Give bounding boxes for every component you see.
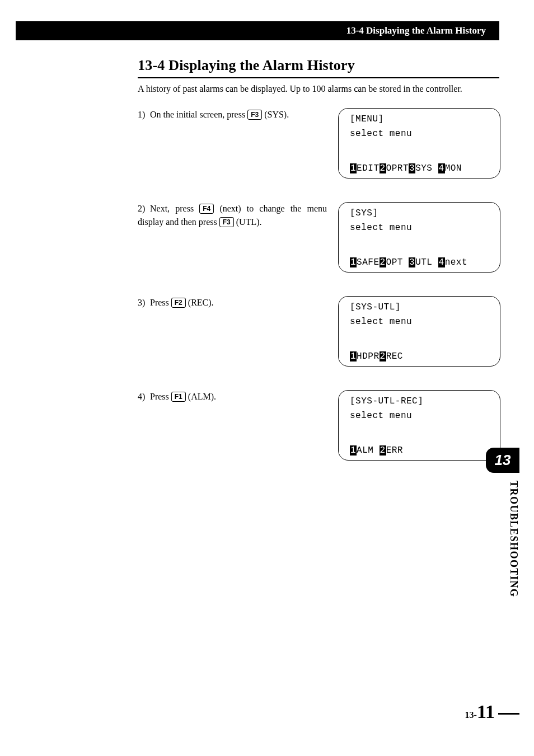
section-title: 13-4 Displaying the Alarm History: [138, 57, 499, 74]
page-number-value: 11: [477, 701, 495, 722]
step-text-b: (ALM).: [186, 392, 216, 401]
page: 13-4 Displaying the Alarm History 13-4 D…: [0, 0, 534, 756]
keycap-f1: F1: [171, 392, 186, 402]
panel-title: [SYS-UTL]: [350, 302, 489, 312]
section-rule: [138, 77, 499, 78]
panel-subtitle: select menu: [350, 317, 489, 327]
menu-num: 3: [409, 163, 415, 173]
menu-label: HDPR: [357, 351, 379, 361]
menu-label: ERR: [386, 445, 403, 456]
step-3: 3)Press F2 (REC). [SYS-UTL] select menu …: [138, 296, 499, 373]
page-number-rule: [498, 713, 519, 715]
menu-num: 2: [380, 445, 386, 456]
step-3-text: 3)Press F2 (REC).: [138, 296, 327, 309]
menu-label: SYS: [415, 163, 438, 173]
menu-label: UTL: [415, 257, 438, 267]
step-4: 4)Press F1 (ALM). [SYS-UTL-REC] select m…: [138, 390, 499, 467]
panel-menu-line: 1HDPR2REC: [350, 351, 489, 361]
page-number: 13-11: [465, 701, 495, 722]
chapter-number-badge: 13: [486, 448, 519, 473]
menu-label: next: [445, 257, 467, 267]
step-num: 4): [138, 390, 150, 403]
menu-label: EDIT: [357, 163, 379, 173]
panel-subtitle: select menu: [350, 223, 489, 233]
header-bar: 13-4 Displaying the Alarm History: [16, 21, 499, 40]
panel-title: [SYS]: [350, 208, 489, 218]
page-number-prefix: 13-: [465, 710, 477, 720]
keycap-f3: F3: [247, 110, 262, 120]
step-text-a: Press: [150, 392, 171, 401]
step-text-b: (REC).: [186, 298, 214, 307]
panel-menu-line: 1EDIT2OPRT3SYS 4MON: [350, 163, 489, 173]
header-bar-text: 13-4 Displaying the Alarm History: [346, 25, 486, 36]
menu-num: 2: [380, 257, 386, 267]
lcd-panel-sys: [SYS] select menu 1SAFE2OPT 3UTL 4next: [338, 202, 500, 273]
steps-container: 1)On the initial screen, press F3 (SYS).…: [138, 108, 499, 484]
panel-subtitle: select menu: [350, 411, 489, 421]
menu-label: OPRT: [386, 163, 409, 173]
keycap-f4: F4: [199, 204, 214, 214]
step-text-a: Press: [150, 298, 171, 307]
panel-menu-line: 1SAFE2OPT 3UTL 4next: [350, 257, 489, 267]
step-4-text: 4)Press F1 (ALM).: [138, 390, 327, 403]
step-text-a: On the initial screen, press: [150, 110, 247, 119]
chapter-label: TROUBLESHOOTING: [486, 481, 519, 598]
menu-num: 2: [380, 351, 386, 361]
panel-subtitle: select menu: [350, 129, 489, 139]
lcd-panel-sys-utl: [SYS-UTL] select menu 1HDPR2REC: [338, 296, 500, 367]
menu-label: OPT: [386, 257, 409, 267]
menu-num: 3: [409, 257, 415, 267]
step-2-text: 2)Next, press F4 (next) to change the me…: [138, 202, 327, 229]
lcd-panel-sys-utl-rec: [SYS-UTL-REC] select menu 1ALM 2ERR: [338, 390, 500, 461]
side-tab: 13 TROUBLESHOOTING: [486, 448, 519, 598]
keycap-f3: F3: [219, 217, 234, 227]
intro-text: A history of past alarms can be displaye…: [138, 84, 499, 94]
menu-label: REC: [386, 351, 403, 361]
panel-title: [SYS-UTL-REC]: [350, 396, 489, 406]
menu-num: 4: [438, 163, 445, 173]
menu-num: 1: [350, 351, 357, 361]
step-num: 3): [138, 296, 150, 309]
menu-num: 1: [350, 163, 357, 173]
step-text-b: (SYS).: [262, 110, 289, 119]
section-title-wrap: 13-4 Displaying the Alarm History: [138, 57, 499, 78]
step-1-text: 1)On the initial screen, press F3 (SYS).: [138, 108, 327, 121]
lcd-panel-menu: [MENU] select menu 1EDIT2OPRT3SYS 4MON: [338, 108, 500, 179]
menu-num: 2: [380, 163, 386, 173]
menu-label: SAFE: [357, 257, 379, 267]
panel-title: [MENU]: [350, 114, 489, 124]
step-2: 2)Next, press F4 (next) to change the me…: [138, 202, 499, 279]
chapter-number: 13: [495, 452, 511, 469]
step-text-a: Next, press: [150, 204, 199, 213]
step-num: 1): [138, 108, 150, 121]
menu-num: 4: [438, 257, 445, 267]
panel-menu-line: 1ALM 2ERR: [350, 445, 489, 456]
menu-num: 1: [350, 445, 357, 456]
step-text-c: (UTL).: [234, 217, 262, 227]
step-1: 1)On the initial screen, press F3 (SYS).…: [138, 108, 499, 185]
keycap-f2: F2: [171, 298, 186, 308]
menu-num: 1: [350, 257, 357, 267]
menu-label: ALM: [357, 445, 379, 456]
step-num: 2): [138, 202, 150, 215]
menu-label: MON: [445, 163, 462, 173]
